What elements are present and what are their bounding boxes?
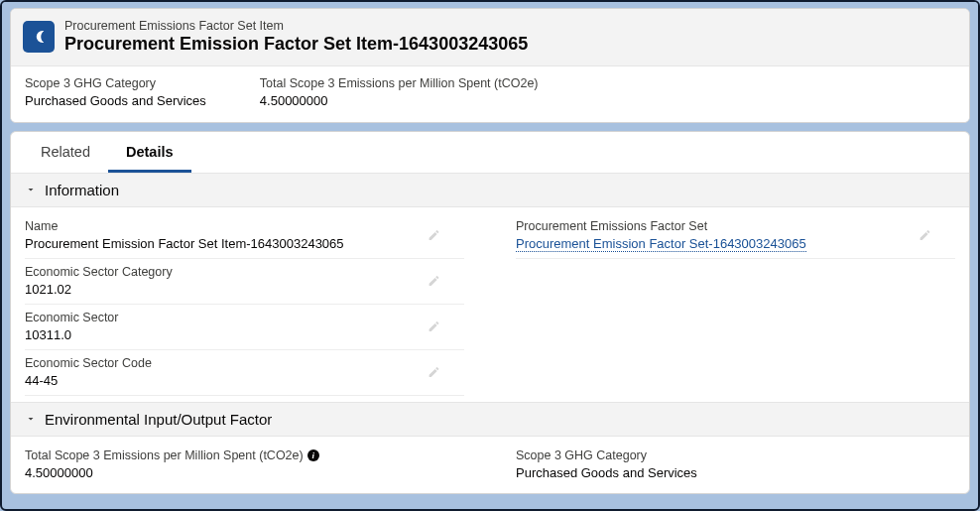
edit-econ-sector-button[interactable] bbox=[428, 320, 440, 333]
tabs-card: Related Details Information Name Procure… bbox=[10, 131, 970, 494]
field-name-value: Procurement Emission Factor Set Item-164… bbox=[25, 233, 464, 251]
field-scope3-category-value: Purchased Goods and Services bbox=[516, 462, 955, 480]
section-title-envio: Environmental Input/Output Factor bbox=[45, 411, 272, 428]
field-econ-sector-label: Economic Sector bbox=[25, 311, 464, 324]
tab-details[interactable]: Details bbox=[108, 132, 191, 173]
field-parent-set-link[interactable]: Procurement Emission Factor Set-16430032… bbox=[516, 236, 806, 252]
section-title-information: Information bbox=[45, 182, 119, 198]
field-parent-set-label: Procurement Emissions Factor Set bbox=[516, 219, 955, 233]
field-total-scope3-value: 4.50000000 bbox=[25, 462, 464, 480]
info-icon[interactable]: i bbox=[307, 449, 319, 461]
field-econ-sector-code-label: Economic Sector Code bbox=[25, 356, 464, 370]
compact-total-scope3-label: Total Scope 3 Emissions per Million Spen… bbox=[260, 76, 539, 90]
section-toggle-envio[interactable]: Environmental Input/Output Factor bbox=[11, 402, 969, 437]
field-econ-sector-code-value: 44-45 bbox=[25, 370, 464, 388]
record-header-card: Procurement Emissions Factor Set Item Pr… bbox=[10, 8, 970, 123]
compact-scope3-category-label: Scope 3 GHG Category bbox=[25, 76, 206, 90]
field-econ-sector-value: 10311.0 bbox=[25, 324, 464, 342]
edit-parent-set-button[interactable] bbox=[919, 229, 931, 242]
edit-econ-sector-category-button[interactable] bbox=[428, 275, 440, 288]
field-name-label: Name bbox=[25, 219, 464, 233]
section-toggle-information[interactable]: Information bbox=[11, 174, 969, 207]
field-econ-sector-category-value: 1021.02 bbox=[25, 279, 464, 297]
tabset: Related Details bbox=[11, 132, 969, 174]
field-total-scope3-label: Total Scope 3 Emissions per Million Spen… bbox=[25, 448, 464, 462]
field-econ-sector-category-label: Economic Sector Category bbox=[25, 265, 464, 279]
edit-econ-sector-code-button[interactable] bbox=[428, 366, 440, 379]
compact-layout: Scope 3 GHG Category Purchased Goods and… bbox=[11, 65, 969, 122]
field-scope3-category-label: Scope 3 GHG Category bbox=[516, 448, 955, 462]
chevron-down-icon bbox=[25, 184, 37, 195]
chevron-down-icon bbox=[25, 413, 37, 425]
record-type-icon bbox=[23, 21, 55, 53]
compact-total-scope3-value: 4.50000000 bbox=[260, 93, 539, 108]
object-type-label: Procurement Emissions Factor Set Item bbox=[64, 19, 528, 33]
compact-scope3-category-value: Purchased Goods and Services bbox=[25, 93, 206, 108]
tab-related[interactable]: Related bbox=[23, 132, 108, 173]
page-title: Procurement Emission Factor Set Item-164… bbox=[64, 33, 528, 56]
edit-name-button[interactable] bbox=[428, 229, 440, 242]
